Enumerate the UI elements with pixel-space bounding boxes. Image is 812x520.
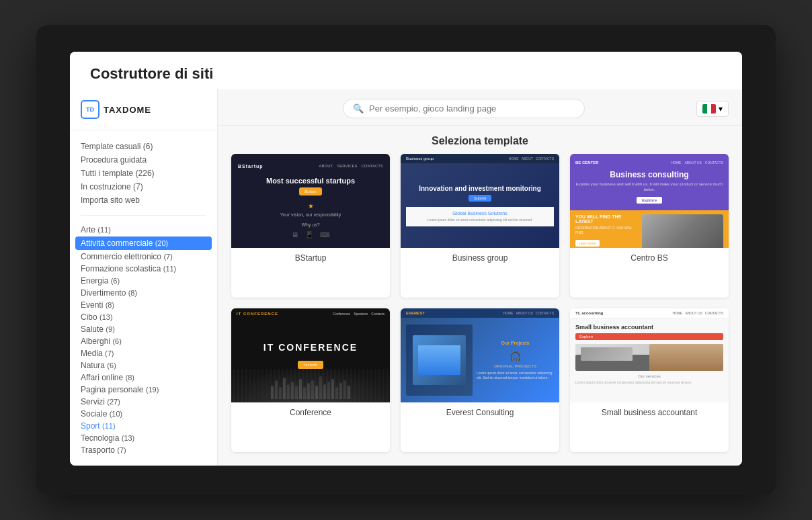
template-card-bstartup[interactable]: BStartup ABOUT SERVICES CONTACTS Most su… [231, 154, 390, 298]
template-card-sba[interactable]: YL accounting HOME ABOUT US CONTACTS Sma… [570, 308, 729, 452]
taxdome-logo-icon: TD [81, 100, 99, 119]
flag-italy-icon [702, 104, 716, 114]
cat-salute[interactable]: Salute (9) [81, 323, 206, 335]
template-label-conference: Conference [231, 402, 390, 424]
lang-dropdown-arrow: ▾ [719, 104, 723, 114]
panel-header: 🔍 ▾ [218, 89, 742, 126]
template-label-centro: Centro BS [570, 248, 729, 269]
cat-eventi[interactable]: Eventi (8) [81, 299, 206, 311]
page-header: Costruttore di siti [70, 52, 742, 89]
template-card-bizgroup[interactable]: Business group HOME ABOUT CONTACTS Innov… [401, 154, 559, 298]
sidebar-top-links: Template casuali (6) Procedura guidata T… [70, 137, 217, 210]
cat-natura[interactable]: Natura (6) [81, 359, 206, 372]
sidebar-link-importa[interactable]: Importa sito web [81, 193, 206, 207]
cat-formazione[interactable]: Formazione scolastica (11) [81, 263, 206, 275]
cat-sociale[interactable]: Sociale (10) [81, 408, 206, 420]
template-thumb-bizgroup: Business group HOME ABOUT CONTACTS Innov… [401, 154, 559, 248]
sidebar-link-procedura[interactable]: Procedura guidata [81, 153, 206, 167]
sidebar: TD TAXDOME Template casuali (6) Procedur… [70, 89, 218, 466]
cat-commercio[interactable]: Commercio elettronico (7) [81, 251, 206, 263]
sidebar-categories: Arte (11) Attività commerciale (20) Comm… [70, 221, 217, 459]
cat-arte[interactable]: Arte (11) [81, 224, 206, 236]
cat-servizi[interactable]: Servizi (27) [81, 396, 206, 408]
sidebar-link-template-casuali[interactable]: Template casuali (6) [81, 140, 206, 153]
main-content: TD TAXDOME Template casuali (6) Procedur… [70, 89, 742, 466]
app-container: Costruttore di siti TD TAXDOME Template … [70, 52, 742, 466]
sidebar-link-tutti[interactable]: Tutti i template (226) [81, 167, 206, 180]
cat-trasporto[interactable]: Trasporto (7) [81, 444, 206, 456]
logo-text: TAXDOME [104, 105, 151, 115]
sidebar-divider [81, 215, 206, 216]
panel-title: Seleziona template [218, 126, 742, 154]
cat-tecnologia[interactable]: Tecnologia (13) [81, 432, 206, 444]
template-thumb-conference: IT CONFERENCE Conference Speakers Contac… [231, 308, 390, 402]
template-card-conference[interactable]: IT CONFERENCE Conference Speakers Contac… [231, 308, 390, 452]
template-card-everest[interactable]: EVEREST HOME ABOUT US CONTACTS [401, 308, 559, 452]
templates-grid: BStartup ABOUT SERVICES CONTACTS Most su… [218, 154, 742, 466]
template-label-everest: Everest Consulting [401, 402, 559, 424]
cat-alberghi[interactable]: Alberghi (6) [81, 335, 206, 347]
template-thumb-everest: EVEREST HOME ABOUT US CONTACTS [401, 308, 559, 402]
template-label-sba: Small business accountant [570, 402, 729, 424]
cat-pagina[interactable]: Pagina personale (19) [81, 384, 206, 396]
cat-affari[interactable]: Affari online (8) [81, 372, 206, 384]
cat-attivita[interactable]: Attività commerciale (20) [75, 236, 212, 250]
search-icon: 🔍 [353, 103, 364, 114]
search-bar[interactable]: 🔍 [343, 99, 585, 118]
template-thumb-sba: YL accounting HOME ABOUT US CONTACTS Sma… [570, 308, 729, 402]
device-frame: Costruttore di siti TD TAXDOME Template … [36, 25, 776, 495]
search-input[interactable] [369, 103, 575, 114]
page-title: Costruttore di siti [90, 65, 722, 83]
cat-cibo[interactable]: Cibo (13) [81, 311, 206, 323]
logo-area: TD TAXDOME [70, 100, 217, 130]
cat-energia[interactable]: Energia (6) [81, 275, 206, 287]
cat-divertimento[interactable]: Divertimento (8) [81, 287, 206, 299]
language-selector[interactable]: ▾ [696, 101, 729, 117]
template-label-bstartup: BStartup [231, 248, 390, 269]
cat-media[interactable]: Media (7) [81, 347, 206, 359]
template-label-bizgroup: Business group [401, 248, 559, 269]
main-panel: 🔍 ▾ Seleziona template [218, 89, 742, 466]
template-thumb-centro: BE CENTER HOME ABOUT US CONTACTS Busines… [570, 154, 729, 248]
sidebar-link-costruzione[interactable]: In costruzione (7) [81, 180, 206, 193]
template-card-centro[interactable]: BE CENTER HOME ABOUT US CONTACTS Busines… [570, 154, 729, 298]
template-thumb-bstartup: BStartup ABOUT SERVICES CONTACTS Most su… [231, 154, 390, 248]
cat-sport[interactable]: Sport (11) [81, 420, 206, 432]
